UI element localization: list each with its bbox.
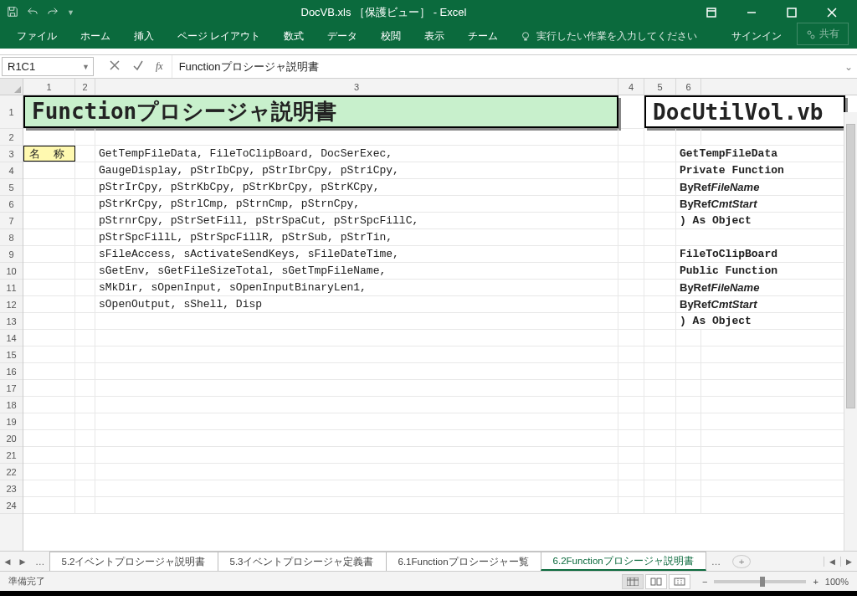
tab-overflow-left[interactable]: … (30, 557, 50, 567)
cell[interactable] (75, 447, 95, 463)
cell[interactable] (676, 330, 701, 346)
cell[interactable] (95, 430, 618, 446)
select-all-corner[interactable] (0, 79, 23, 95)
cell[interactable] (676, 413, 701, 429)
close-button[interactable] (813, 0, 850, 25)
cell[interactable] (95, 464, 618, 480)
share-button[interactable]: 共有 (797, 23, 849, 45)
signature-cell[interactable]: ByRef CmtStart (676, 196, 844, 212)
cell[interactable] (75, 129, 95, 145)
name-label-cell[interactable]: 名 称 (23, 146, 75, 162)
cell[interactable] (75, 330, 95, 346)
cell[interactable] (23, 480, 75, 496)
cell[interactable] (618, 280, 644, 295)
cancel-icon[interactable] (109, 59, 121, 74)
cell[interactable] (23, 430, 75, 446)
function-list-cell[interactable]: sFileAccess, sActivateSendKeys, sFileDat… (95, 246, 618, 262)
cell[interactable] (75, 179, 95, 195)
row-header[interactable]: 19 (0, 413, 23, 430)
tab-nav-prev-icon[interactable]: ► (15, 557, 30, 567)
cell[interactable] (23, 413, 75, 429)
row-header[interactable]: 12 (0, 296, 23, 313)
chevron-down-icon[interactable]: ▼ (82, 63, 90, 71)
cell[interactable] (676, 346, 701, 362)
cell[interactable] (95, 480, 618, 496)
module-title-cell[interactable]: DocUtilVol.vb (644, 95, 845, 128)
sign-in-link[interactable]: サインイン (720, 24, 793, 49)
cell[interactable] (618, 146, 644, 162)
cell[interactable] (644, 380, 676, 396)
cell[interactable] (75, 196, 95, 212)
signature-cell[interactable]: ByRef CmtStart (676, 296, 844, 312)
signature-cell[interactable] (676, 229, 844, 245)
row-header[interactable]: 16 (0, 363, 23, 380)
enter-icon[interactable] (132, 59, 144, 74)
cell[interactable] (95, 497, 618, 513)
sheet-tab[interactable]: 6.1Functionプロシージャー覧 (386, 552, 541, 571)
row-header[interactable]: 1 (0, 95, 23, 129)
zoom-control[interactable]: − + 100% (702, 577, 849, 587)
cell[interactable] (644, 213, 676, 228)
cell[interactable] (644, 397, 676, 413)
cell[interactable] (75, 430, 95, 446)
cell[interactable] (618, 447, 644, 463)
tab-file[interactable]: ファイル (5, 24, 69, 49)
cell[interactable] (75, 229, 95, 245)
fx-icon[interactable]: fx (156, 60, 163, 73)
cell[interactable] (676, 497, 701, 513)
sheet-tab[interactable]: 5.3イベントプロシージャ定義書 (218, 552, 387, 571)
cell[interactable] (23, 447, 75, 463)
cell[interactable] (618, 430, 644, 446)
row-header[interactable]: 9 (0, 246, 23, 263)
tab-team[interactable]: チーム (456, 24, 510, 49)
save-icon[interactable] (7, 6, 18, 20)
cell[interactable] (644, 129, 676, 145)
cell[interactable] (23, 346, 75, 362)
cell[interactable] (618, 179, 644, 195)
cell[interactable] (644, 296, 676, 312)
cell[interactable] (618, 313, 644, 329)
row-header[interactable]: 17 (0, 380, 23, 397)
cell[interactable] (676, 380, 701, 396)
tab-overflow-right[interactable]: … (706, 557, 726, 567)
cell[interactable] (676, 363, 701, 379)
cell[interactable] (75, 246, 95, 262)
formula-expand-icon[interactable]: ⌄ (840, 55, 857, 78)
cell[interactable] (644, 280, 676, 295)
redo-icon[interactable] (47, 6, 59, 20)
cell[interactable] (618, 363, 644, 379)
sheet-tab[interactable]: 5.2イベントプロシージャ説明書 (49, 552, 218, 571)
cell[interactable] (23, 363, 75, 379)
cell[interactable] (644, 246, 676, 262)
tell-me[interactable]: 実行したい作業を入力してください (510, 29, 707, 49)
hscroll-right-icon[interactable]: ► (840, 557, 857, 567)
function-list-cell[interactable]: GetTempFileData, FileToClipBoard, DocSer… (95, 146, 618, 162)
cell[interactable] (644, 263, 676, 279)
row-header[interactable]: 21 (0, 447, 23, 464)
cell[interactable] (23, 464, 75, 480)
cell[interactable] (644, 313, 676, 329)
page-layout-view-button[interactable] (645, 574, 667, 589)
page-break-view-button[interactable] (669, 574, 690, 589)
cell[interactable] (95, 330, 618, 346)
normal-view-button[interactable] (622, 574, 644, 589)
cell[interactable] (644, 480, 676, 496)
document-title-cell[interactable]: Functionプロシージャ説明書 (23, 95, 618, 128)
cell[interactable] (95, 346, 618, 362)
cell[interactable] (618, 480, 644, 496)
cell[interactable] (676, 447, 701, 463)
cell[interactable] (618, 263, 644, 279)
cell[interactable] (75, 497, 95, 513)
qat-dropdown-icon[interactable]: ▼ (67, 8, 74, 17)
cell[interactable] (618, 397, 644, 413)
cell[interactable] (644, 162, 676, 178)
cell[interactable] (95, 129, 618, 145)
function-list-cell[interactable]: pStrIrCpy, pStrKbCpy, pStrKbrCpy, pStrKC… (95, 179, 618, 195)
row-header[interactable]: 5 (0, 179, 23, 196)
cell[interactable] (23, 497, 75, 513)
cell[interactable] (95, 447, 618, 463)
function-list-cell[interactable]: sGetEnv, sGetFileSizeTotal, sGetTmpFileN… (95, 263, 618, 279)
cell[interactable] (676, 430, 701, 446)
cell[interactable] (23, 129, 75, 145)
cell[interactable] (75, 296, 95, 312)
